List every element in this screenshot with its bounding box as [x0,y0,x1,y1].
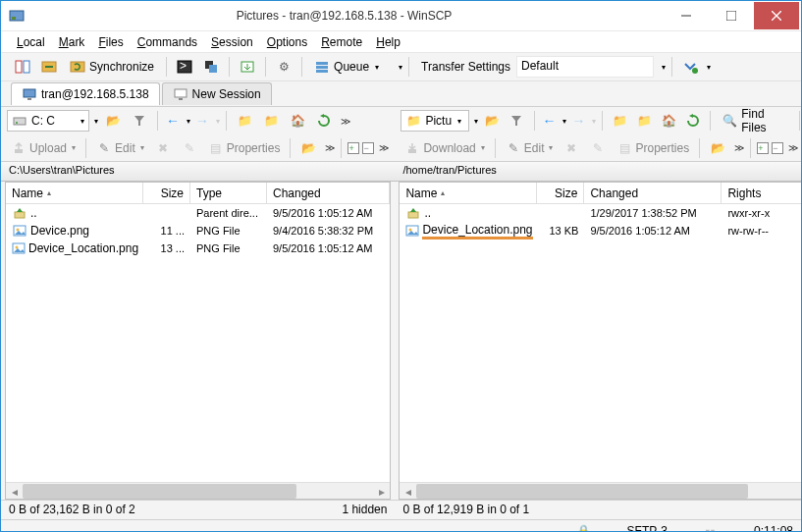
options-button[interactable]: ⚙ [272,55,295,79]
remote-newfolder-button[interactable]: 📂 [706,136,729,160]
local-newfolder-button[interactable]: 📂 [296,136,320,160]
local-drive-select[interactable]: C: C ▾ [7,110,89,132]
local-col-size[interactable]: Size [143,183,190,203]
remote-more-select[interactable]: ≫ [788,142,798,153]
local-upload-button[interactable]: Upload▾ [7,138,80,158]
remote-find-files-button[interactable]: 🔍Find Files [717,105,793,136]
remote-col-changed[interactable]: Changed [584,183,722,203]
local-fwd-caret[interactable]: ▾ [216,117,220,126]
local-back-caret[interactable]: ▾ [187,117,190,126]
remote-hscroll[interactable]: ◂ ▸ [400,482,802,499]
local-delete-button[interactable]: ✖ [151,138,175,158]
remote-refresh-button[interactable] [682,109,704,133]
remote-delete-button[interactable]: ✖ [560,138,583,158]
file-row[interactable]: ..Parent dire...9/5/2016 1:05:12 AM [6,204,390,222]
remote-dir-select[interactable]: 📁 Pictu ▾ [401,110,469,132]
transfer-caret-icon[interactable]: ▾ [662,63,666,72]
file-type: PNG File [190,224,267,238]
edit-icon: ✎ [96,140,112,156]
file-row[interactable]: Device.png11 ...PNG File9/4/2016 5:38:32… [6,222,390,239]
local-more-nav[interactable]: ≫ [341,116,350,127]
remote-download-button[interactable]: Download▾ [401,138,488,158]
session-tab-active[interactable]: tran@192.168.5.138 [11,82,160,105]
menu-local[interactable]: Local [11,33,51,51]
local-select-all-button[interactable]: + [348,142,359,154]
remote-nav-toolbar: 📁 Pictu ▾ ▾ 📂 ←▾ →▾ 📁 📁 🏠 🔍Find Files ★ [395,107,802,134]
local-rename-button[interactable]: ✎ [178,138,201,158]
remote-forward-button[interactable]: → [569,113,587,129]
local-open-dir-button[interactable]: 📂 [101,109,125,133]
local-root-button[interactable]: 📁 [259,109,283,133]
menu-files[interactable]: Files [92,33,129,51]
folder-up-icon: 📁 [237,113,252,129]
local-hscroll[interactable]: ◂ ▸ [6,482,390,499]
remote-open-dir-button[interactable]: 📂 [481,109,503,133]
remote-rename-button[interactable]: ✎ [586,138,610,158]
remote-col-name[interactable]: Name▴ [400,183,537,203]
remote-edit-button[interactable]: ✎Edit▾ [502,138,558,158]
menu-mark[interactable]: Mark [53,33,91,51]
remote-back-button[interactable]: ← [540,113,558,129]
putty-button[interactable] [199,55,223,79]
remote-unselect-all-button[interactable]: − [772,142,783,154]
close-button[interactable] [754,2,799,29]
transfer-queue-button[interactable] [236,55,259,79]
svg-rect-1 [12,17,16,20]
menu-remote[interactable]: Remote [315,33,368,51]
file-row[interactable]: ..1/29/2017 1:38:52 PMrwxr-xr-x [400,204,802,222]
remote-dir-caret[interactable]: ▾ [474,117,478,126]
remote-fwd-caret[interactable]: ▾ [592,117,596,126]
local-parent-button[interactable]: 📁 [233,109,256,133]
new-session-tab[interactable]: New Session [162,82,272,105]
minimize-button[interactable] [664,2,709,29]
remote-col-rights[interactable]: Rights [722,183,802,203]
file-row[interactable]: Device_Location.png13 ...PNG File9/5/201… [6,239,390,257]
local-more-select[interactable]: ≫ [379,142,389,153]
compare-dirs-button[interactable] [11,55,34,79]
sync-browse-button[interactable] [37,55,61,79]
local-forward-button[interactable]: → [193,113,211,129]
scroll-left-icon[interactable]: ◂ [400,483,416,500]
console-button[interactable]: > [173,55,196,79]
scroll-right-icon[interactable]: ▸ [373,483,390,500]
local-edit-button[interactable]: ✎Edit▾ [92,138,148,158]
local-col-name[interactable]: Name▴ [6,183,143,203]
local-home-button[interactable]: 🏠 [286,109,309,133]
menu-options[interactable]: Options [261,33,313,51]
queue-dropdown[interactable]: Queue ▾ [308,57,385,77]
menu-session[interactable]: Session [205,33,259,51]
scroll-left-icon[interactable]: ◂ [6,483,23,500]
remote-parent-button[interactable]: 📁 [609,109,630,133]
folder-icon: 📁 [405,113,421,129]
toggle-transfer-button[interactable] [678,55,702,79]
local-col-type[interactable]: Type [190,183,267,203]
local-col-changed[interactable]: Changed [267,183,390,203]
maximize-button[interactable] [709,2,754,29]
local-filter-button[interactable] [128,109,151,133]
synchronize-button[interactable]: Synchronize [64,57,160,77]
remote-home-button[interactable]: 🏠 [658,109,679,133]
queue-split-caret[interactable]: ▾ [399,63,402,72]
edit-icon: ✎ [506,140,521,156]
local-back-button[interactable]: ← [164,113,182,129]
local-properties-button[interactable]: ▤Properties [204,138,285,158]
local-status-right: 1 hidden [342,503,387,517]
remote-back-caret[interactable]: ▾ [562,117,566,126]
toggle-transfer-caret[interactable]: ▾ [707,63,711,72]
remote-root-button[interactable]: 📁 [633,109,655,133]
remote-col-size[interactable]: Size [537,183,584,203]
local-more-actions[interactable]: ≫ [325,142,335,153]
remote-more-actions[interactable]: ≫ [734,142,744,153]
local-unselect-all-button[interactable]: − [362,142,374,154]
remote-properties-button[interactable]: ▤Properties [613,138,693,158]
transfer-settings-select[interactable]: Default [516,56,654,78]
local-refresh-button[interactable] [312,109,336,133]
menu-help[interactable]: Help [370,33,406,51]
new-folder-icon: 📂 [710,140,725,156]
menu-commands[interactable]: Commands [132,33,203,51]
file-row[interactable]: Device_Location.png13 KB9/5/2016 1:05:12… [400,222,802,239]
local-drive-caret[interactable]: ▾ [94,117,98,126]
remote-select-all-button[interactable]: + [757,142,769,154]
svg-rect-25 [15,149,23,153]
remote-filter-button[interactable] [506,109,527,133]
